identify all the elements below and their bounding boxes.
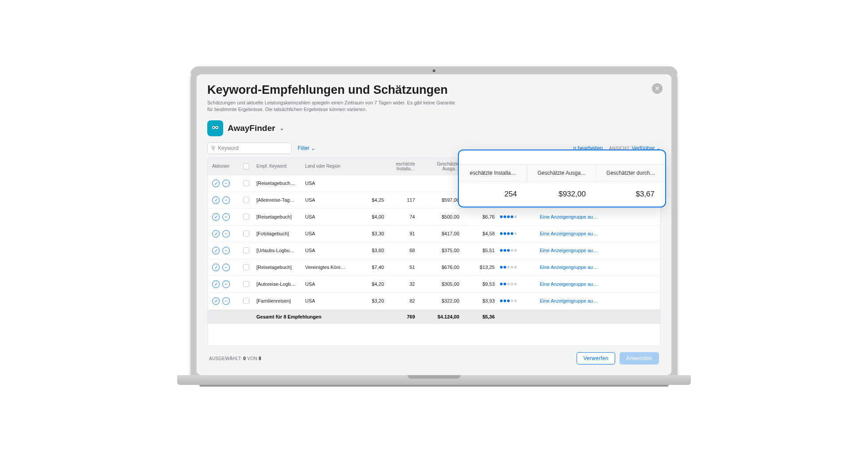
- cpi-cell: $6,76: [465, 214, 500, 219]
- selected-count: 0: [243, 356, 246, 361]
- remove-icon[interactable]: −: [222, 196, 230, 204]
- installs-cell: 117: [389, 197, 420, 203]
- footer-spend: $4.124,00: [420, 314, 465, 319]
- row-checkbox[interactable]: [243, 298, 249, 304]
- approve-icon[interactable]: ✓: [212, 196, 220, 204]
- spend-cell: $375,00: [420, 248, 465, 253]
- table-row: ✓ − [Urlaubs-Logbu… USA $3,60 68 $375,00…: [208, 242, 660, 259]
- select-all-checkbox[interactable]: [243, 163, 249, 169]
- svg-point-2: [213, 127, 214, 128]
- selected-label: AUSGEWÄHLT:: [209, 356, 242, 361]
- search-input[interactable]: ⚲ Keyword: [207, 142, 291, 154]
- approve-icon[interactable]: ✓: [212, 213, 220, 221]
- keyword-cell: [Reisetagebuch]: [256, 214, 305, 219]
- footer-total-label: Gesamt für 8 Empfehlungen: [256, 314, 354, 319]
- approve-icon[interactable]: ✓: [212, 280, 220, 288]
- row-checkbox[interactable]: [243, 230, 249, 237]
- table-row: ✓ − [Reisetagebuch] Vereinigtes Köni… $7…: [208, 259, 660, 276]
- row-checkbox[interactable]: [243, 247, 249, 253]
- spend-cell: $500,00: [420, 214, 465, 219]
- popover-val-spend: $932,00: [527, 182, 596, 207]
- cpi-cell: $13,25: [465, 265, 500, 270]
- remove-icon[interactable]: −: [222, 264, 230, 271]
- value-cell: $3,30: [354, 231, 389, 236]
- popularity-dots: [500, 266, 540, 269]
- row-checkbox[interactable]: [243, 180, 249, 186]
- popularity-dots: [500, 283, 540, 285]
- popover-col-cpi: Geschätzter durch…: [597, 165, 665, 181]
- approve-icon[interactable]: ✓: [212, 297, 220, 305]
- remove-icon[interactable]: −: [222, 230, 230, 238]
- table-row: ✓ − [Familienreisen] USA $3,20 82 $322,0…: [208, 293, 660, 310]
- row-checkbox[interactable]: [243, 281, 249, 287]
- filter-button[interactable]: Filter ⌄: [298, 145, 315, 151]
- adgroup-link[interactable]: Eine Anzeigengruppe au…: [540, 231, 656, 236]
- row-checkbox[interactable]: [243, 197, 249, 203]
- adgroup-link[interactable]: Eine Anzeigengruppe au…: [540, 248, 656, 253]
- page-subtitle: Schätzungen und aktuelle Leistungskennza…: [207, 100, 455, 113]
- popularity-dots: [500, 249, 540, 252]
- region-cell: USA: [305, 231, 354, 236]
- row-checkbox[interactable]: [243, 264, 249, 270]
- app-selector[interactable]: AwayFinder ⌄: [207, 120, 661, 136]
- popularity-dots: [500, 232, 540, 235]
- value-cell: $7,40: [354, 265, 389, 270]
- col-keyword: Empf. Keyword: [256, 164, 305, 169]
- adgroup-link[interactable]: Eine Anzeigengruppe au…: [540, 281, 656, 287]
- region-cell: USA: [305, 214, 354, 219]
- app-icon: [207, 120, 223, 136]
- table-row: ✓ − [Autoreise-Logb… USA $4,20 32 $305,0…: [208, 276, 660, 293]
- installs-cell: 32: [389, 281, 420, 287]
- footer-cpi: $5,36: [465, 314, 500, 319]
- adgroup-link[interactable]: Eine Anzeigengruppe au…: [540, 298, 656, 303]
- keyword-cell: [Urlaubs-Logbu…: [256, 248, 305, 253]
- installs-cell: 51: [389, 265, 420, 270]
- table-row: ✓ − [Reisetagebuch] USA $4,00 74 $500,00…: [208, 209, 660, 226]
- value-cell: $3,20: [354, 298, 389, 303]
- region-cell: USA: [305, 180, 354, 186]
- chevron-down-icon: ⌄: [311, 145, 315, 151]
- region-cell: Vereinigtes Köni…: [305, 265, 354, 270]
- spend-cell: $676,00: [420, 265, 465, 270]
- keyword-cell: [Alleinreise-Tag…: [256, 197, 305, 203]
- approve-icon[interactable]: ✓: [212, 264, 220, 271]
- value-cell: $3,60: [354, 248, 389, 253]
- total-count: 8: [259, 356, 261, 361]
- adgroup-link[interactable]: Eine Anzeigengruppe au…: [540, 214, 656, 219]
- value-cell: $4,00: [354, 214, 389, 219]
- remove-icon[interactable]: −: [222, 297, 230, 305]
- remove-icon[interactable]: −: [222, 280, 230, 288]
- remove-icon[interactable]: −: [222, 180, 230, 187]
- approve-icon[interactable]: ✓: [212, 247, 220, 254]
- cpi-cell: $3,93: [465, 298, 500, 303]
- adgroup-link[interactable]: Eine Anzeigengruppe au…: [540, 265, 656, 270]
- installs-cell: 82: [389, 298, 420, 303]
- popover-col-spend: Geschätzte Ausga…: [527, 165, 596, 181]
- installs-cell: 74: [389, 214, 420, 219]
- popularity-dots: [500, 215, 540, 218]
- cpi-cell: $4,58: [465, 231, 500, 236]
- col-actions: Aktionen: [212, 164, 243, 169]
- svg-point-3: [216, 127, 217, 128]
- keyword-cell: [Reisetagebuch]: [256, 265, 305, 270]
- remove-icon[interactable]: −: [222, 247, 230, 254]
- discard-button[interactable]: Verwerfen: [577, 352, 615, 365]
- keyword-cell: [Autoreise-Logb…: [256, 281, 305, 287]
- approve-icon[interactable]: ✓: [212, 230, 220, 238]
- row-checkbox[interactable]: [243, 214, 249, 220]
- spend-cell: $417,00: [420, 231, 465, 236]
- cpi-cell: $9,53: [465, 281, 500, 287]
- keyword-cell: [Reisetagebuch…: [256, 180, 305, 186]
- installs-cell: 91: [389, 231, 420, 236]
- region-cell: USA: [305, 197, 354, 203]
- close-button[interactable]: ✕: [652, 83, 663, 94]
- keyword-cell: [Fototagebuch]: [256, 231, 305, 236]
- remove-icon[interactable]: −: [222, 213, 230, 221]
- footer-installs: 769: [389, 314, 420, 319]
- cpi-cell: $5,51: [465, 248, 500, 253]
- apply-button[interactable]: Anwenden: [620, 352, 659, 365]
- value-cell: $4,20: [354, 281, 389, 287]
- approve-icon[interactable]: ✓: [212, 180, 220, 187]
- spend-cell: $322,00: [420, 298, 465, 303]
- page-title: Keyword-Empfehlungen und Schätzungen: [207, 83, 661, 97]
